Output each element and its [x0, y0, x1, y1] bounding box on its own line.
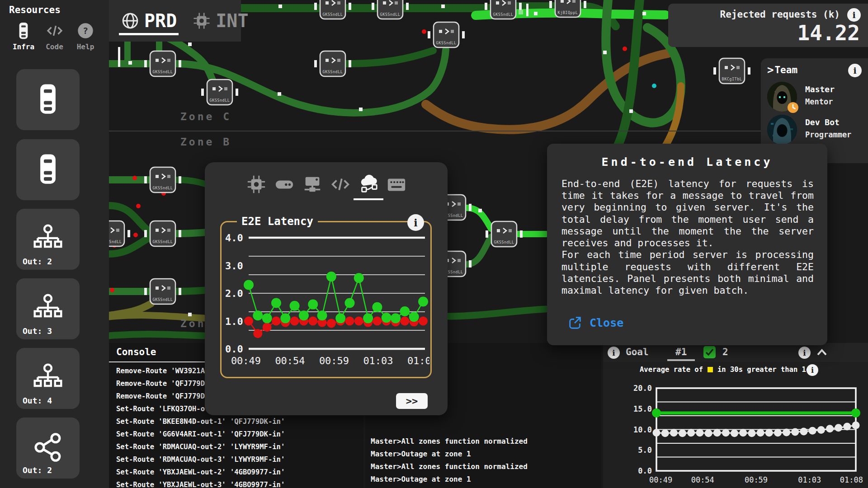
latency-info-panel: End-to-end Latency End-to-end (E2E) late…: [547, 144, 827, 345]
goal-header: i Goal #1 2 i: [603, 343, 868, 362]
chevron-right-icon: >: [767, 64, 774, 76]
popup-tab-keyboard-icon[interactable]: [386, 174, 407, 200]
team-member[interactable]: Dev BotProgrammer: [767, 115, 862, 146]
goal-label: Goal: [626, 347, 649, 357]
resource-card-balancer[interactable]: Out: 3: [16, 278, 80, 339]
code-icon: [46, 22, 64, 40]
console-line: Set-Route 'YBXJAEWL-out-3' '4GBO9977-in': [116, 479, 362, 488]
goal-description: Average rate of in 30s greater than 14: [640, 366, 810, 374]
svg-text:01:03: 01:03: [363, 355, 393, 366]
popup-tab-memory-icon[interactable]: [274, 174, 295, 200]
svg-text:00:59: 00:59: [745, 475, 768, 484]
map-node[interactable]: GKSSndLL: [486, 221, 523, 247]
svg-text:0.0: 0.0: [225, 343, 243, 355]
svg-text:2.0: 2.0: [225, 288, 243, 299]
svg-text:3.0: 3.0: [225, 260, 243, 272]
svg-text:GKSSndLL: GKSSndLL: [380, 12, 401, 17]
svg-text:01:08: 01:08: [840, 475, 863, 484]
info-icon[interactable]: i: [407, 214, 424, 231]
svg-text:00:54: 00:54: [275, 355, 305, 366]
card-out-count: Out: 4: [23, 396, 52, 405]
popup-tab-code-icon[interactable]: [330, 174, 351, 200]
map-node[interactable]: GKSSndLL: [314, 51, 351, 76]
info-paragraph: For each time period server is processin…: [561, 249, 814, 296]
sidebar-tab-help[interactable]: ?Help: [73, 22, 98, 51]
map-node[interactable]: GKSSndLL: [144, 221, 181, 246]
zone-divider: [109, 131, 868, 131]
card-out-count: Out: 3: [23, 326, 52, 336]
info-icon[interactable]: i: [848, 64, 862, 77]
server-icon: [32, 153, 64, 185]
game-stage: GKSSndLLGKSSndLLGKSSndLLKjBIQppLGKSSndLL…: [0, 0, 868, 488]
balancer-icon: [32, 292, 64, 324]
share-close-icon: [568, 315, 582, 330]
rejected-requests-label: Rejected requests (k): [720, 9, 840, 20]
zone-label: Zone C: [180, 111, 231, 122]
goal-completed-count: 2: [722, 347, 728, 357]
info-icon[interactable]: i: [807, 364, 818, 376]
environment-tabs: PRDINT: [109, 0, 241, 42]
env-tab-int[interactable]: INT: [192, 0, 248, 42]
svg-text:KjBIQppL: KjBIQppL: [558, 10, 578, 15]
goal-tab-1[interactable]: #1: [675, 347, 687, 357]
map-node[interactable]: GKSSndLL: [144, 279, 181, 304]
goal-completed-checkbox[interactable]: [703, 346, 716, 358]
map-node[interactable]: BKCgITbL: [713, 58, 750, 84]
info-icon[interactable]: i: [608, 347, 620, 359]
master-message: Master>All zones function normalized: [371, 435, 528, 448]
clock-badge-icon: [787, 102, 799, 113]
share-icon: [32, 431, 64, 464]
sidebar-tab-code[interactable]: Code: [42, 22, 67, 51]
popup-tab-cloud-route-icon[interactable]: [358, 174, 379, 200]
map-node[interactable]: GKSSndLL: [372, 0, 409, 19]
map-node[interactable]: GKSSndLL: [144, 167, 181, 192]
env-tab-prd[interactable]: PRD: [121, 0, 177, 42]
info-icon[interactable]: i: [847, 8, 861, 22]
resource-card-server[interactable]: [16, 69, 80, 130]
info-icon[interactable]: i: [798, 347, 811, 359]
team-member[interactable]: MasterMentor: [767, 82, 862, 113]
map-node[interactable]: GKSSndLL: [201, 80, 238, 105]
svg-text:00:54: 00:54: [691, 475, 714, 484]
next-button[interactable]: >>: [396, 393, 428, 409]
svg-text:GKSSndLL: GKSSndLL: [210, 98, 230, 103]
globe-icon: [121, 11, 140, 30]
close-button[interactable]: Close: [568, 315, 623, 330]
close-label: Close: [590, 316, 623, 329]
server-icon: [14, 22, 33, 40]
svg-text:GKSSndLL: GKSSndLL: [153, 70, 173, 74]
console-line: Set-Route 'YBXJAEWL-out-2' '4GBO9977-in': [116, 466, 362, 479]
zone-label: Zone B: [180, 136, 231, 148]
rate-legend-square: [708, 367, 713, 372]
svg-text:10.0: 10.0: [633, 425, 652, 434]
resource-card-share[interactable]: Out: 2: [16, 418, 80, 479]
map-node[interactable]: GKSSndLL: [144, 51, 181, 76]
master-message: Master>Outage at zone 1: [371, 448, 528, 460]
svg-text:01:03: 01:03: [798, 475, 821, 484]
sidebar-tab-infra[interactable]: Infra: [11, 22, 36, 51]
popup-tab-host-icon[interactable]: [302, 174, 323, 200]
svg-text:?: ?: [83, 25, 88, 36]
resource-card-server[interactable]: [16, 139, 80, 200]
master-message: Master>Outage at zone 1: [371, 473, 528, 486]
svg-text:4.0: 4.0: [225, 232, 243, 244]
svg-text:GKSSndLL: GKSSndLL: [323, 12, 343, 17]
map-node[interactable]: GKSSndLL: [314, 0, 351, 19]
svg-text:1.0: 1.0: [225, 316, 243, 327]
rejected-requests-panel: Rejected requests (k) i 14.22: [668, 4, 868, 47]
svg-text:0.0: 0.0: [638, 466, 652, 475]
resources-sidebar: Resources InfraCode?Help Out: 2Out: 3Out…: [0, 0, 109, 488]
console-line: Set-Route 'RDMACUAQ-out-2' 'LYWYR9MF-in': [116, 441, 362, 453]
goal-chart: 20.015.010.05.00.000:4900:5400:5901:0301…: [626, 382, 865, 487]
resource-card-balancer[interactable]: Out: 2: [16, 209, 80, 270]
member-name: Dev Bot: [805, 117, 840, 127]
member-role: Mentor: [805, 97, 833, 106]
help-icon: ?: [76, 22, 94, 40]
popup-tab-cpu-chip-icon[interactable]: [246, 174, 267, 200]
map-node[interactable]: GKSSndLL: [428, 22, 465, 47]
team-title: > Team: [767, 64, 797, 76]
svg-text:GKSSndLL: GKSSndLL: [493, 12, 514, 17]
card-out-count: Out: 2: [23, 257, 52, 266]
chevron-up-icon[interactable]: [816, 347, 828, 359]
resource-card-balancer[interactable]: Out: 4: [16, 348, 80, 409]
